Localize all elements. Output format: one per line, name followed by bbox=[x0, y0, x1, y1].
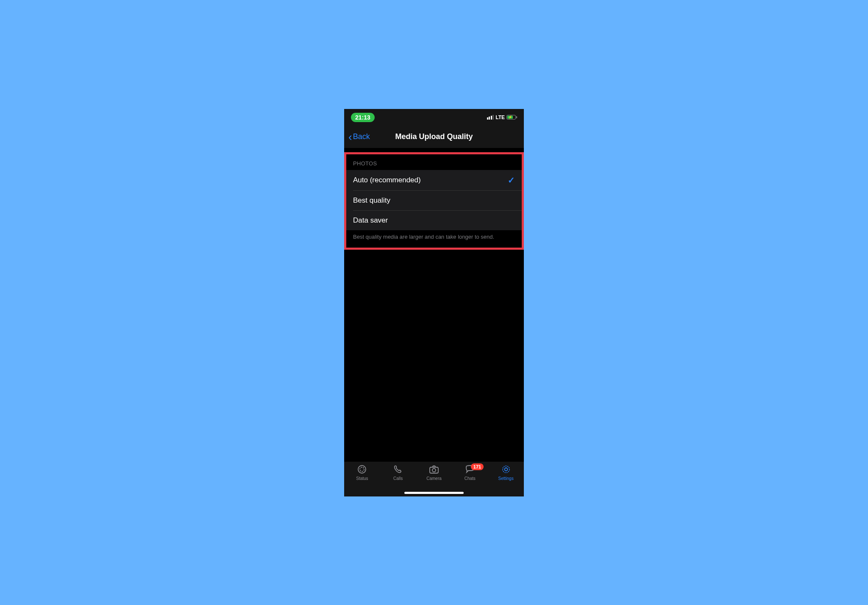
settings-icon bbox=[500, 464, 512, 474]
status-icon bbox=[356, 464, 368, 474]
nav-header: ‹ Back Media Upload Quality bbox=[344, 126, 524, 148]
cellular-signal-icon bbox=[487, 115, 494, 120]
content-spacer bbox=[344, 250, 524, 462]
camera-icon bbox=[428, 464, 440, 474]
phone-frame: 21:13 LTE ⚡ ‹ Back Media Upload Quality … bbox=[344, 109, 524, 496]
option-label: Best quality bbox=[353, 196, 390, 205]
tab-label: Settings bbox=[498, 476, 514, 481]
checkmark-icon: ✓ bbox=[508, 175, 515, 185]
tab-label: Chats bbox=[465, 476, 476, 481]
section-header-photos: PHOTOS bbox=[346, 154, 522, 170]
option-auto[interactable]: Auto (recommended) ✓ bbox=[346, 170, 522, 190]
tab-label: Camera bbox=[426, 476, 442, 481]
chats-badge: 171 bbox=[471, 463, 484, 470]
status-indicators: LTE ⚡ bbox=[487, 114, 517, 120]
phone-icon bbox=[392, 464, 404, 474]
svg-point-4 bbox=[503, 466, 509, 473]
svg-point-5 bbox=[504, 468, 507, 471]
back-label: Back bbox=[353, 132, 370, 141]
section-footer-note: Best quality media are larger and can ta… bbox=[346, 230, 522, 248]
tab-label: Calls bbox=[393, 476, 403, 481]
battery-icon: ⚡ bbox=[506, 115, 517, 120]
tab-bar: Status Calls Camera 171 Chats bbox=[344, 462, 524, 496]
option-label: Data saver bbox=[353, 216, 388, 225]
page-title: Media Upload Quality bbox=[344, 132, 524, 141]
svg-point-1 bbox=[360, 467, 364, 471]
network-type: LTE bbox=[495, 114, 505, 120]
quality-options-list: Auto (recommended) ✓ Best quality Data s… bbox=[346, 170, 522, 230]
tab-status[interactable]: Status bbox=[344, 464, 380, 481]
tab-camera[interactable]: Camera bbox=[416, 464, 452, 481]
tab-settings[interactable]: Settings bbox=[488, 464, 524, 481]
home-indicator[interactable] bbox=[404, 492, 464, 494]
option-data-saver[interactable]: Data saver bbox=[346, 211, 522, 230]
photos-section-highlight: PHOTOS Auto (recommended) ✓ Best quality… bbox=[344, 152, 524, 250]
svg-point-0 bbox=[358, 466, 366, 473]
status-time-pill[interactable]: 21:13 bbox=[351, 113, 375, 122]
back-button[interactable]: ‹ Back bbox=[348, 132, 370, 141]
tab-chats[interactable]: 171 Chats bbox=[452, 464, 488, 481]
option-best-quality[interactable]: Best quality bbox=[346, 191, 522, 210]
svg-rect-2 bbox=[430, 467, 438, 473]
status-bar: 21:13 LTE ⚡ bbox=[344, 109, 524, 126]
tab-label: Status bbox=[356, 476, 368, 481]
svg-point-3 bbox=[432, 468, 436, 472]
option-label: Auto (recommended) bbox=[353, 176, 421, 184]
chevron-left-icon: ‹ bbox=[348, 133, 352, 141]
tab-calls[interactable]: Calls bbox=[380, 464, 416, 481]
